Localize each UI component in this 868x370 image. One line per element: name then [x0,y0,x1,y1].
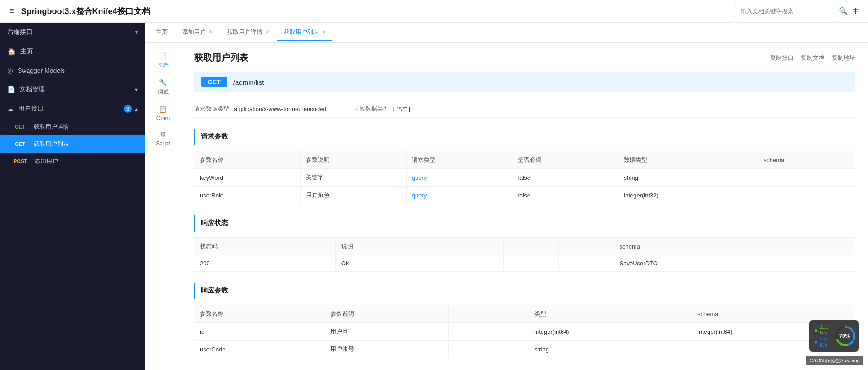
doc-sidebar-debug-icon: 🔧 [159,78,167,86]
tab-get-user-detail-label: 获取用户详情 [227,28,262,36]
http-method-badge: GET [201,77,227,87]
tab-get-user-list[interactable]: 获取用户列表 ✕ [277,24,332,41]
cloud-icon: ☁ [7,105,14,112]
method-post-icon: POST [11,158,30,165]
net-down-speed: 2.3 K/s [820,337,835,348]
table-row: userRole 用户角色 query false integer(int32) [194,187,855,204]
page-title-row: 获取用户列表 复制接口 复制文档 复制地址 [194,52,855,64]
sidebar-api-get-user-list[interactable]: GET 获取用户列表 [0,135,145,153]
sidebar: 后端接口 ▾ 🏠 主页 ◎ Swagger Models 📄 文档管理 ▾ [0,23,145,370]
doc-icon: 📄 [7,86,15,93]
doc-sidebar-doc[interactable]: 📄 文档 [145,47,181,74]
net-down: ▼ 2.3 K/s [814,337,834,348]
swagger-icon: ◎ [7,67,13,75]
doc-sidebar-script[interactable]: ⚙ Script [145,126,181,151]
method-get-icon: GET [11,123,29,130]
status-col-desc: 说明 [335,238,448,255]
sidebar-item-home[interactable]: 🏠 主页 [0,42,145,61]
response-type-label: 响应数据类型 [354,105,389,113]
col-param-name: 参数名称 [194,151,301,169]
response-type-item: 响应数据类型 [ "*/*" ] [354,105,410,113]
resp-row1-type: integer(int64) [529,323,692,341]
sidebar-item-user-section[interactable]: ☁ 用户接口 3 ▴ [0,99,145,118]
response-status-section: 响应状态 状态码 说明 schema [194,215,855,272]
sidebar-selector-label: 后端接口 [7,28,33,36]
response-status-title: 响应状态 [194,215,855,232]
status-col-empty3 [558,238,614,255]
get-badge-row: GET /admin/list [194,72,855,92]
request-type-item: 请求数据类型 application/x-www-form-urlencoded [194,105,326,113]
sidebar-item-swagger-label: Swagger Models [18,67,65,74]
doc-content: 获取用户列表 复制接口 复制文档 复制地址 GET /admin/list 请求… [181,43,868,370]
search-area: 🔍 中 [735,5,859,17]
copy-address-button[interactable]: 复制地址 [832,54,855,62]
docmgmt-left: 📄 文档管理 [7,86,45,94]
tab-get-user-detail[interactable]: 获取用户详情 ✕ [221,24,276,41]
row1-type-link[interactable]: query [412,174,427,181]
menu-icon[interactable]: ≡ [9,6,14,16]
doc-sidebar-script-label: Script [156,140,170,147]
resp-row2-name: userCode [194,341,325,358]
doc-sidebar-open[interactable]: 📋 Open [145,101,181,126]
response-params-title: 响应参数 [194,283,855,299]
doc-sidebar-debug[interactable]: 🔧 调试 [145,74,181,101]
status-row1-schema: SaveUserDTO [614,255,855,272]
resp-row2-type: string [529,341,692,358]
search-input[interactable] [735,5,834,17]
doc-panel: 📄 文档 🔧 调试 📋 Open ⚙ Script [145,43,868,370]
net-up: ▲ 111 K/s [814,324,834,335]
row1-desc: 关键字 [300,169,406,187]
col-datatype: 数据类型 [618,151,758,169]
copy-interface-button[interactable]: 复制接口 [770,54,794,62]
request-params-table: 参数名称 参数说明 请求类型 是否必须 数据类型 schema keyWord [194,151,855,204]
search-button[interactable]: 🔍 [839,7,848,15]
request-type-value: application/x-www-form-urlencoded [234,106,326,112]
tab-home-label: 主页 [156,28,168,36]
chevron-down-icon: ▾ [135,29,138,35]
copy-doc-button[interactable]: 复制文档 [801,54,824,62]
response-status-table: 状态码 说明 schema 200 OK [194,237,855,272]
status-col-schema: schema [614,238,855,255]
user-section-chevron-icon: ▴ [135,105,138,112]
sidebar-nav: 🏠 主页 ◎ Swagger Models 📄 文档管理 ▾ ☁ 用户接口 [0,42,145,370]
status-row1-code: 200 [194,255,336,272]
resp-col-desc: 参数说明 [325,305,449,323]
sidebar-item-swagger[interactable]: ◎ Swagger Models [0,61,145,80]
row2-schema [758,187,855,204]
status-col-code: 状态码 [194,238,336,255]
resp-row1-empty1 [449,323,489,341]
request-params-section: 请求参数 参数名称 参数说明 请求类型 是否必须 数据类型 schema [194,129,855,204]
col-required: 是否必须 [512,151,618,169]
resp-col-type: 类型 [529,305,692,323]
tab-add-user-close-icon[interactable]: ✕ [209,29,213,35]
tab-get-user-detail-close-icon[interactable]: ✕ [265,29,269,35]
resp-col-name: 参数名称 [194,305,325,323]
tab-add-user[interactable]: 添加用户 ✕ [176,24,219,41]
col-request-type: 请求类型 [406,151,512,169]
row1-name: keyWord [194,169,301,187]
table-row: keyWord 关键字 query false string [194,169,855,187]
row2-type-link[interactable]: query [412,192,427,199]
request-type-label: 请求数据类型 [194,105,229,113]
tab-get-user-list-close-icon[interactable]: ✕ [322,29,326,35]
sidebar-api-get-user-detail[interactable]: GET 获取用户详情 [0,118,145,135]
app-title: Springboot3.x整合Knife4接口文档 [21,6,735,17]
top-header: ≡ Springboot3.x整合Knife4接口文档 🔍 中 [0,0,868,23]
status-row1-empty1 [448,255,504,272]
doc-sidebar-open-icon: 📋 [159,105,167,113]
resp-row1-desc: 用户id [325,323,449,341]
tab-get-user-list-label: 获取用户列表 [284,28,319,36]
network-widget: ▲ 111 K/s ▼ 2.3 K/s 70% [809,320,859,352]
page-title: 获取用户列表 [194,52,248,64]
sidebar-api-post-add-user[interactable]: POST 添加用户 [0,153,145,170]
row1-required: false [512,169,618,187]
status-row1-empty3 [558,255,614,272]
doc-sidebar-debug-label: 调试 [158,88,169,96]
sidebar-item-docmgmt[interactable]: 📄 文档管理 ▾ [0,80,145,99]
doc-sidebar-script-icon: ⚙ [160,130,166,139]
row1-type: query [406,169,512,187]
tab-home[interactable]: 主页 [150,24,174,41]
tab-add-user-label: 添加用户 [182,28,206,36]
lang-button[interactable]: 中 [853,7,859,15]
sidebar-selector[interactable]: 后端接口 ▾ [0,23,145,42]
